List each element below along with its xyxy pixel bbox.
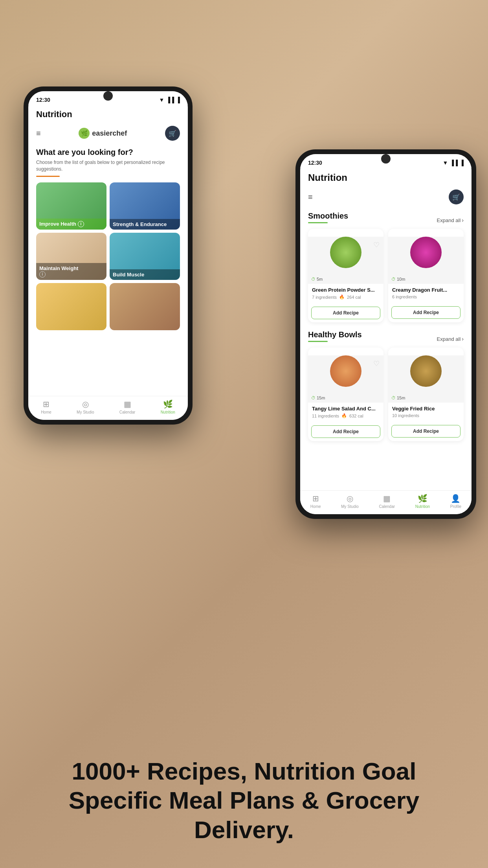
phone-1: 12:30 ▼ ▐▐ ▐ Nutrition ≡ 🌿 easierchef 🛒 [24,86,193,425]
page-title-2: Nutrition [308,172,464,183]
smoothies-underline [308,222,328,223]
bottom-nav-2: ⊞ Home ◎ My Studio ▦ Calendar 🌿 Nutritio… [300,490,471,514]
goal-label-1: Improve Health i [36,219,106,230]
nav-mystudio-2[interactable]: ◎ My Studio [341,494,358,509]
hamburger-icon-2[interactable]: ≡ [308,193,313,202]
cal-icon-1: 🔥 [339,294,345,300]
nav-nutrition-2[interactable]: 🌿 Nutrition [415,494,430,509]
question-title: What are you looking for? [36,148,180,157]
mystudio-icon-1: ◎ [82,399,89,409]
recipe-img-wrap-2: ⏱ 10m [388,237,464,284]
calendar-icon-2: ▦ [383,494,391,503]
goal-card-maintain-weight[interactable]: Maintain Weight i [36,233,106,280]
time-2: 12:30 [308,160,322,166]
bowl-img-1 [330,355,361,387]
signal-icon-1: ▐▐ [166,97,174,103]
recipe-img-wrap-4: ⏱ 15m [388,355,464,403]
profile-icon-2: 👤 [451,494,460,503]
goal-card-improve-health[interactable]: Improve Health i [36,182,106,230]
logo-text-1: easierchef [92,129,127,138]
logo-1: 🌿 easierchef [79,128,127,139]
goal-label-4: Build Muscle [110,269,180,280]
bowls-title: Healthy Bowls [308,330,362,339]
navbar-2: ≡ 🛒 [300,186,471,208]
bowls-section-header: Healthy Bowls Expand all › [300,326,471,344]
bottom-nav-1: ⊞ Home ◎ My Studio ▦ Calendar 🌿 Nutritio… [28,396,188,420]
clock-icon-2: ⏱ [391,277,396,281]
home-icon-1: ⊞ [43,399,50,409]
goal-label-2: Strength & Endurance [110,219,180,230]
smoothies-recipes-row: ♡ ⏱ 5m Green Protein Powder S... 7 ingre… [300,225,471,326]
goal-img-6 [110,283,180,330]
smoothies-chevron: › [462,217,464,223]
page-title-1: Nutrition [36,109,180,120]
heart-btn-1[interactable]: ♡ [373,241,380,249]
wifi-icon-1: ▼ [159,97,164,103]
recipe-card-green-protein: ♡ ⏱ 5m Green Protein Powder S... 7 ingre… [308,229,383,322]
orange-underline [36,176,60,177]
time-badge-3: ⏱ 15m [311,395,325,400]
recipe-info-4: Veggie Fried Rice 10 ingredients [388,403,464,425]
recipe-info-1: Green Protein Powder S... 7 ingredients … [308,284,383,307]
recipe-img-wrap-1: ♡ ⏱ 5m [308,237,383,284]
bowls-recipes-row: ♡ ⏱ 15m Tangy Lime Salad And C... 11 ing… [300,344,471,445]
goal-img-5 [36,283,106,330]
status-bar-2: 12:30 ▼ ▐▐ ▐ [300,154,471,168]
phone-2-shell: 12:30 ▼ ▐▐ ▐ Nutrition ≡ 🛒 Smoothies [295,149,476,519]
goal-card-build-muscle[interactable]: Build Muscle [110,233,180,280]
status-icons-1: ▼ ▐▐ ▐ [159,97,180,103]
nav-profile-2[interactable]: 👤 Profile [450,494,461,509]
navbar-1: ≡ 🌿 easierchef 🛒 [28,123,188,144]
bowls-underline [308,341,328,342]
phone-1-screen: 12:30 ▼ ▐▐ ▐ Nutrition ≡ 🌿 easierchef 🛒 [28,91,188,420]
add-recipe-btn-3[interactable]: Add Recipe [311,425,380,438]
cart-button-2[interactable]: 🛒 [449,189,464,204]
bowl-img-2 [410,355,442,387]
phone-1-shell: 12:30 ▼ ▐▐ ▐ Nutrition ≡ 🌿 easierchef 🛒 [24,86,193,425]
goal-card-outdoor[interactable] [36,283,106,330]
smoothies-expand-all[interactable]: Expand all › [437,217,464,223]
bowls-chevron: › [462,336,464,342]
recipe-meta-2: 6 ingredients [392,294,460,299]
info-icon-1: i [78,221,84,227]
hamburger-icon-1[interactable]: ≡ [36,129,41,138]
bowls-expand-all[interactable]: Expand all › [437,336,464,342]
phone-2: 12:30 ▼ ▐▐ ▐ Nutrition ≡ 🛒 Smoothies [295,149,476,519]
question-subtitle: Choose from the list of goals below to g… [36,159,180,173]
wifi-icon-2: ▼ [442,160,448,166]
home-icon-2: ⊞ [312,494,319,503]
cart-button-1[interactable]: 🛒 [165,126,180,141]
nutrition-icon-2: 🌿 [418,494,427,503]
add-recipe-btn-4[interactable]: Add Recipe [391,425,460,438]
nav-calendar-2[interactable]: ▦ Calendar [379,494,395,509]
recipe-card-dragon-fruit: ⏱ 10m Creamy Dragon Fruit... 6 ingredien… [388,229,464,322]
calendar-icon-1: ▦ [124,399,131,409]
recipe-meta-1: 7 ingredients 🔥 264 cal [312,294,380,300]
add-recipe-btn-1[interactable]: Add Recipe [311,307,380,319]
signal-icon-2: ▐▐ [450,160,458,166]
recipe-info-2: Creamy Dragon Fruit... 6 ingredients [388,284,464,306]
bottom-headline: 1000+ Recipes, Nutrition Goal Specific M… [0,757,488,844]
clock-icon-4: ⏱ [391,395,396,400]
status-bar-1: 12:30 ▼ ▐▐ ▐ [28,91,188,105]
nav-home-1[interactable]: ⊞ Home [41,399,51,414]
add-recipe-btn-2[interactable]: Add Recipe [391,306,460,319]
recipe-card-veggie-rice: ⏱ 15m Veggie Fried Rice 10 ingredients A… [388,348,464,441]
goal-card-cooking[interactable] [110,283,180,330]
nutrition-icon-1: 🌿 [163,399,173,409]
nav-home-2[interactable]: ⊞ Home [310,494,321,509]
nav-calendar-1[interactable]: ▦ Calendar [119,399,136,414]
time-1: 12:30 [36,97,50,103]
goals-grid: Improve Health i Strength & Endurance [36,182,180,330]
nav-mystudio-1[interactable]: ◎ My Studio [77,399,94,414]
heart-btn-3[interactable]: ♡ [373,359,380,368]
recipe-card-tangy-lime: ♡ ⏱ 15m Tangy Lime Salad And C... 11 ing… [308,348,383,441]
cal-icon-3: 🔥 [341,413,347,418]
nav-nutrition-1[interactable]: 🌿 Nutrition [161,399,175,414]
recipe-img-wrap-3: ♡ ⏱ 15m [308,355,383,403]
goal-card-strength[interactable]: Strength & Endurance [110,182,180,230]
smoothie-img-2 [410,237,442,268]
recipe-name-4: Veggie Fried Rice [392,406,460,412]
recipe-meta-4: 10 ingredients [392,413,460,418]
smoothies-section-header: Smoothies Expand all › [300,208,471,225]
